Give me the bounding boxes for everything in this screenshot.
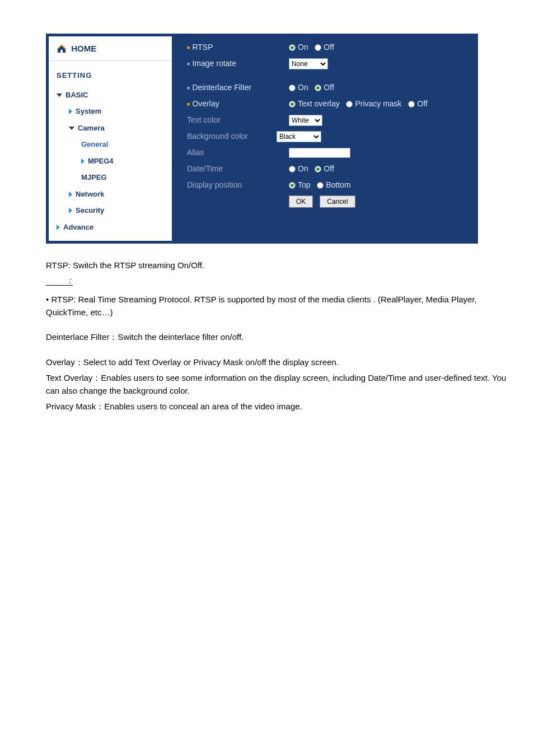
sidebar-item-label: System: [76, 106, 101, 117]
sidebar-item-mjpeg[interactable]: MJPEG: [49, 169, 172, 186]
row-deinterlace: ■Deinterlace Filter On Off: [187, 82, 470, 94]
rotate-label: ■Image rotate: [187, 58, 289, 69]
radio-overlay-privacy[interactable]: [346, 101, 353, 108]
home-icon: [57, 44, 67, 53]
note-underline: :: [46, 276, 73, 286]
datetime-off-label: Off: [324, 164, 334, 173]
datetime-label: Date/Time: [187, 163, 289, 175]
overlay-text-label: Text overlay: [298, 99, 340, 108]
text-color-select[interactable]: White: [289, 115, 322, 126]
setting-heading: SETTING: [49, 61, 172, 87]
settings-panel: HOME SETTING BASIC System Camera General…: [46, 34, 478, 244]
ok-button[interactable]: OK: [289, 195, 313, 208]
sidebar-item-mpeg4[interactable]: MPEG4: [49, 153, 172, 170]
radio-deinterlace-on[interactable]: [289, 85, 296, 91]
row-datetime: Date/Time On Off: [187, 163, 470, 175]
rtsp-off-label: Off: [324, 43, 334, 52]
overlay-privacy-label: Privacy mask: [355, 99, 401, 108]
deinterlace-label: ■Deinterlace Filter: [187, 82, 289, 94]
home-link[interactable]: HOME: [49, 36, 172, 61]
doc-body: RTSP: Switch the RTSP streaming On/Off. …: [46, 259, 512, 413]
doc-p3: Deinterlace Filter：Switch the deinterlac…: [46, 331, 512, 344]
dispos-options: Top Bottom: [289, 179, 470, 191]
sidebar-item-label: Camera: [78, 123, 105, 134]
overlay-options: Text overlay Privacy mask Off: [289, 98, 470, 110]
deinterlace-off-label: Off: [324, 83, 334, 92]
doc-p5: Text Overlay：Enables users to see some i…: [46, 372, 512, 397]
sidebar-item-security[interactable]: Security: [49, 202, 172, 219]
radio-dispos-bottom[interactable]: [317, 182, 324, 189]
dispos-top-label: Top: [298, 180, 311, 189]
datetime-options: On Off: [289, 163, 470, 175]
sidebar-item-system[interactable]: System: [49, 103, 172, 120]
sidebar-item-general[interactable]: General: [49, 136, 172, 153]
chevron-right-icon: [69, 109, 72, 114]
dispos-bottom-label: Bottom: [326, 180, 350, 189]
chevron-right-icon: [69, 208, 72, 213]
radio-dispos-top[interactable]: [289, 182, 296, 189]
radio-overlay-off[interactable]: [408, 101, 415, 108]
rtsp-label: ■RTSP: [187, 41, 289, 53]
rotate-select[interactable]: None: [289, 58, 328, 69]
alias-input[interactable]: [289, 148, 350, 158]
alias-label: Alias: [187, 147, 289, 158]
home-label: HOME: [71, 44, 96, 53]
chevron-down-icon: [57, 94, 62, 97]
row-image-rotate: ■Image rotate None: [187, 58, 470, 69]
sidebar-item-label: Network: [76, 189, 104, 200]
note-colon-icon: :: [69, 274, 72, 287]
doc-p6: Privacy Mask：Enables users to conceal an…: [46, 400, 512, 413]
doc-p2: • RTSP: Real Time Streaming Protocol. RT…: [46, 293, 512, 319]
overlay-off-label: Off: [417, 99, 427, 108]
sidebar-menu: BASIC System Camera General MPEG4 MJPEG …: [49, 87, 172, 241]
row-rtsp: ■RTSP On Off: [187, 41, 470, 53]
row-display-position: Display position Top Bottom: [187, 179, 470, 191]
sidebar-item-label: Advance: [63, 222, 93, 233]
sidebar-item-network[interactable]: Network: [49, 186, 172, 203]
radio-datetime-off[interactable]: [315, 166, 321, 172]
sidebar-item-basic[interactable]: BASIC: [49, 87, 172, 104]
chevron-down-icon: [69, 127, 74, 130]
bg-color-label: Background color: [187, 130, 277, 142]
datetime-on-label: On: [298, 164, 308, 173]
sidebar-item-label: BASIC: [65, 90, 88, 101]
text-color-label: Text color: [187, 114, 289, 126]
radio-rtsp-on[interactable]: [289, 44, 296, 51]
radio-deinterlace-off[interactable]: [315, 85, 321, 91]
rtsp-on-label: On: [298, 43, 308, 52]
chevron-right-icon: [57, 225, 60, 230]
dispos-label: Display position: [187, 179, 289, 191]
radio-overlay-text[interactable]: [289, 101, 296, 108]
cancel-button[interactable]: Cancel: [320, 195, 355, 208]
row-buttons: OK Cancel: [187, 195, 470, 208]
chevron-right-icon: [81, 158, 85, 164]
row-alias: Alias: [187, 147, 470, 158]
sidebar-item-label: MPEG4: [88, 156, 114, 167]
row-text-color: Text color White: [187, 114, 470, 126]
row-bg-color: Background color Black: [187, 130, 470, 142]
sidebar-item-camera[interactable]: Camera: [49, 120, 172, 137]
rtsp-options: On Off: [289, 41, 470, 53]
chevron-right-icon: [69, 192, 72, 197]
bg-color-select[interactable]: Black: [277, 131, 321, 142]
overlay-label: ■Overlay: [187, 98, 289, 110]
deinterlace-options: On Off: [289, 82, 470, 94]
sidebar-item-label: MJPEG: [81, 172, 107, 183]
doc-p1: RTSP: Switch the RTSP streaming On/Off.: [46, 259, 512, 272]
content-area: ■RTSP On Off ■Image rotate None ■Deinter…: [175, 34, 478, 244]
row-overlay: ■Overlay Text overlay Privacy mask Off: [187, 98, 470, 110]
radio-datetime-on[interactable]: [289, 166, 296, 172]
sidebar-item-advance[interactable]: Advance: [49, 219, 172, 236]
sidebar-item-label: Security: [76, 205, 104, 216]
sidebar-item-label: General: [81, 139, 108, 150]
doc-p4: Overlay：Select to add Text Overlay or Pr…: [46, 356, 512, 369]
sidebar: HOME SETTING BASIC System Camera General…: [49, 36, 172, 241]
deinterlace-on-label: On: [298, 83, 308, 92]
radio-rtsp-off[interactable]: [315, 44, 321, 51]
